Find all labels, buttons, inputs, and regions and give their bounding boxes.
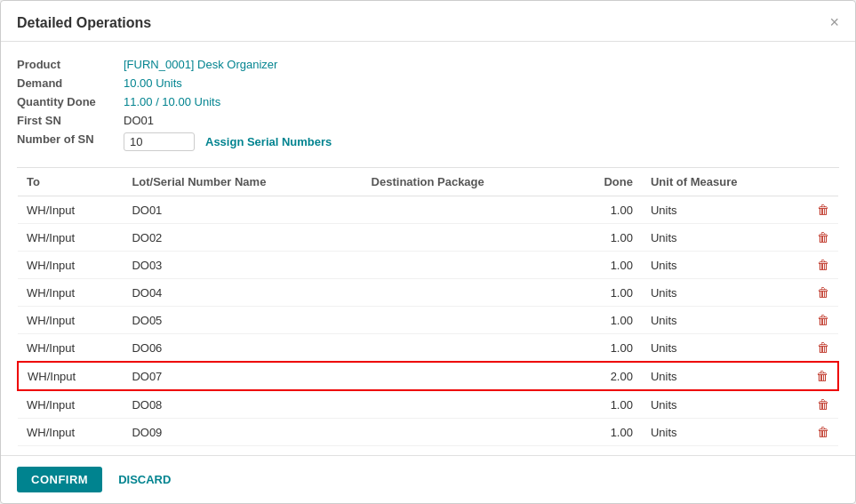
cell-done: 2.00 xyxy=(568,362,642,390)
cell-trash: 🗑 xyxy=(806,279,838,307)
cell-uom: Units xyxy=(642,419,806,446)
cell-trash: 🗑 xyxy=(806,252,838,279)
modal-body: Product [FURN_0001] Desk Organizer Deman… xyxy=(1,42,855,455)
modal-footer: CONFIRM DISCARD xyxy=(1,455,855,503)
cell-to: WH/Input xyxy=(18,252,123,279)
cell-uom: Units xyxy=(642,307,806,334)
delete-row-icon[interactable]: 🗑 xyxy=(817,425,829,439)
col-header-lot: Lot/Serial Number Name xyxy=(123,168,362,196)
table-row: WH/Input DO06 1.00 Units 🗑 xyxy=(18,334,838,363)
col-header-to: To xyxy=(18,168,123,196)
col-header-uom: Unit of Measure xyxy=(642,168,806,196)
product-label: Product xyxy=(17,58,124,71)
cell-lot: DO05 xyxy=(123,307,362,334)
cell-trash: 🗑 xyxy=(806,334,838,363)
cell-dest-pkg xyxy=(363,390,569,419)
cell-to: WH/Input xyxy=(18,362,123,390)
delete-row-icon[interactable]: 🗑 xyxy=(817,313,829,327)
cell-lot: DO09 xyxy=(123,419,362,446)
cell-to: WH/Input xyxy=(18,307,123,334)
cell-done: 1.00 xyxy=(568,224,642,252)
first-sn-value: DO01 xyxy=(124,114,839,127)
modal-title: Detailed Operations xyxy=(17,15,151,31)
cell-trash: 🗑 xyxy=(806,196,838,224)
cell-dest-pkg xyxy=(363,279,569,307)
modal-header: Detailed Operations × xyxy=(1,1,855,42)
qty-done-value: 11.00 / 10.00 Units xyxy=(124,95,839,108)
cell-dest-pkg xyxy=(363,334,569,363)
demand-value: 10.00 Units xyxy=(124,76,839,90)
table-row: WH/Input DO02 1.00 Units 🗑 xyxy=(18,224,838,252)
cell-to: WH/Input xyxy=(18,390,123,419)
cell-uom: Units xyxy=(642,196,806,224)
table-row: WH/Input DO07 2.00 Units 🗑 xyxy=(18,362,838,390)
operations-table: To Lot/Serial Number Name Destination Pa… xyxy=(17,168,839,446)
table-row: WH/Input DO03 1.00 Units 🗑 xyxy=(18,252,838,279)
cell-to: WH/Input xyxy=(18,279,123,307)
col-header-actions xyxy=(806,168,838,196)
cell-dest-pkg xyxy=(363,419,569,446)
cell-uom: Units xyxy=(642,390,806,419)
assign-serial-link[interactable]: Assign Serial Numbers xyxy=(205,135,332,148)
table-row: WH/Input DO05 1.00 Units 🗑 xyxy=(18,307,838,334)
discard-button[interactable]: DISCARD xyxy=(111,467,178,492)
cell-done: 1.00 xyxy=(568,390,642,419)
delete-row-icon[interactable]: 🗑 xyxy=(817,258,829,272)
table-row: WH/Input DO04 1.00 Units 🗑 xyxy=(18,279,838,307)
cell-lot: DO04 xyxy=(123,279,362,307)
cell-dest-pkg xyxy=(363,252,569,279)
cell-lot: DO02 xyxy=(123,224,362,252)
cell-to: WH/Input xyxy=(18,419,123,446)
cell-to: WH/Input xyxy=(18,224,123,252)
table-row: WH/Input DO08 1.00 Units 🗑 xyxy=(18,390,838,419)
table-row: WH/Input DO09 1.00 Units 🗑 xyxy=(18,419,838,446)
cell-dest-pkg xyxy=(363,362,569,390)
cell-lot: DO07 xyxy=(123,362,362,390)
cell-trash: 🗑 xyxy=(806,224,838,252)
first-sn-label: First SN xyxy=(17,114,124,127)
cell-lot: DO03 xyxy=(123,252,362,279)
cell-uom: Units xyxy=(642,362,806,390)
cell-to: WH/Input xyxy=(18,334,123,363)
delete-row-icon[interactable]: 🗑 xyxy=(817,230,829,244)
cell-done: 1.00 xyxy=(568,252,642,279)
confirm-button[interactable]: CONFIRM xyxy=(17,467,102,492)
cell-trash: 🗑 xyxy=(806,362,838,390)
cell-done: 1.00 xyxy=(568,279,642,307)
cell-trash: 🗑 xyxy=(806,419,838,446)
num-sn-row: Assign Serial Numbers xyxy=(124,132,839,151)
cell-dest-pkg xyxy=(363,224,569,252)
cell-uom: Units xyxy=(642,224,806,252)
cell-uom: Units xyxy=(642,334,806,363)
demand-label: Demand xyxy=(17,76,124,90)
product-link[interactable]: [FURN_0001] Desk Organizer xyxy=(124,58,277,71)
cell-dest-pkg xyxy=(363,196,569,224)
num-sn-label: Number of SN xyxy=(17,132,124,151)
cell-lot: DO01 xyxy=(123,196,362,224)
cell-uom: Units xyxy=(642,252,806,279)
delete-row-icon[interactable]: 🗑 xyxy=(817,397,829,412)
cell-to: WH/Input xyxy=(18,196,123,224)
detailed-operations-modal: Detailed Operations × Product [FURN_0001… xyxy=(0,0,856,504)
table-header-row: To Lot/Serial Number Name Destination Pa… xyxy=(18,168,838,196)
info-grid: Product [FURN_0001] Desk Organizer Deman… xyxy=(17,58,839,151)
cell-uom: Units xyxy=(642,279,806,307)
cell-done: 1.00 xyxy=(568,334,642,363)
num-sn-input[interactable] xyxy=(124,132,195,151)
delete-row-icon[interactable]: 🗑 xyxy=(817,340,829,355)
cell-trash: 🗑 xyxy=(806,390,838,419)
delete-row-icon[interactable]: 🗑 xyxy=(817,285,829,300)
product-value: [FURN_0001] Desk Organizer xyxy=(124,58,839,71)
cell-trash: 🗑 xyxy=(806,307,838,334)
cell-lot: DO08 xyxy=(123,390,362,419)
delete-row-icon[interactable]: 🗑 xyxy=(816,369,828,383)
delete-row-icon[interactable]: 🗑 xyxy=(817,203,829,217)
qty-done-label: Quantity Done xyxy=(17,95,124,108)
cell-done: 1.00 xyxy=(568,419,642,446)
cell-dest-pkg xyxy=(363,307,569,334)
close-icon[interactable]: × xyxy=(829,13,839,32)
cell-done: 1.00 xyxy=(568,307,642,334)
col-header-dest-pkg: Destination Package xyxy=(363,168,569,196)
cell-done: 1.00 xyxy=(568,196,642,224)
table-row: WH/Input DO01 1.00 Units 🗑 xyxy=(18,196,838,224)
